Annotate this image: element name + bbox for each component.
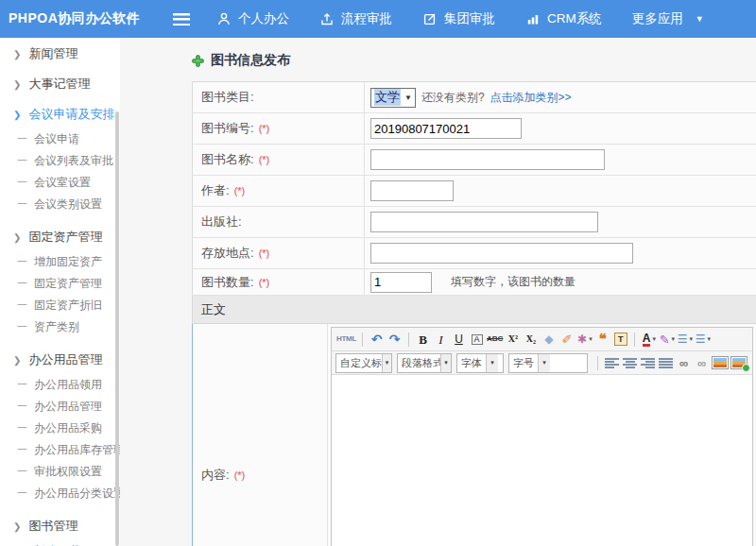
dash-icon: 一 bbox=[17, 176, 27, 190]
sidebar-sub-label: 会议申请 bbox=[34, 131, 79, 147]
sidebar-menu: ❯新闻管理❯大事记管理❯会议申请及安排一会议申请一会议列表及审批一会议室设置一会… bbox=[0, 38, 120, 546]
body-section-header: 正文 bbox=[192, 296, 756, 324]
sidebar-sub-item[interactable]: 一办公用品管理 bbox=[0, 396, 120, 418]
highlight-pen-icon[interactable]: ✎▾ bbox=[659, 330, 675, 349]
sidebar-group-item[interactable]: ❯大事记管理 bbox=[0, 76, 120, 93]
ordered-list-icon[interactable]: ☰▾ bbox=[677, 330, 693, 349]
sidebar-sub-item[interactable]: 一会议室设置 bbox=[0, 172, 120, 194]
font-box-icon[interactable]: A bbox=[469, 330, 485, 349]
font-color-icon[interactable]: A▾ bbox=[641, 330, 657, 349]
insert-image-icon[interactable] bbox=[730, 353, 747, 372]
sidebar-scrollbar[interactable] bbox=[115, 111, 119, 546]
sidebar-sub-item[interactable]: 一固定资产折旧 bbox=[0, 295, 120, 316]
caret-down-icon: ▼ bbox=[696, 14, 704, 24]
eraser-icon[interactable]: ◆ bbox=[541, 330, 557, 349]
nav-personal-office[interactable]: 个人办公 bbox=[201, 0, 304, 38]
custom-title-select[interactable]: 自定义标题▾ bbox=[335, 353, 392, 373]
unordered-list-icon[interactable]: ☰▾ bbox=[695, 330, 711, 349]
align-center-icon[interactable] bbox=[622, 353, 638, 372]
book-no-input[interactable] bbox=[370, 118, 522, 139]
form-row-publisher: 出版社: bbox=[192, 207, 756, 238]
sidebar-sub-item[interactable]: 一会议类别设置 bbox=[0, 194, 120, 215]
sidebar-group-item[interactable]: ❯新闻管理 bbox=[0, 45, 120, 62]
sidebar-sub-item[interactable]: 一新建图书 bbox=[0, 540, 120, 546]
blockquote-icon[interactable]: ❝ bbox=[594, 330, 610, 349]
page-title-text: 图书信息发布 bbox=[211, 52, 290, 69]
paste-text-icon[interactable]: T bbox=[612, 330, 628, 349]
quantity-label: 图书数量: bbox=[201, 274, 254, 291]
editor-content-area[interactable] bbox=[332, 375, 752, 546]
form-row-location: 存放地点: (*) bbox=[192, 238, 756, 269]
toolbar-divider bbox=[634, 333, 635, 347]
underline-icon[interactable]: U bbox=[451, 330, 467, 349]
unlink-icon[interactable]: ∞ bbox=[694, 353, 710, 372]
sidebar-group-label: 图书管理 bbox=[28, 518, 77, 535]
book-form: 图书类目: 文学 ▼ 还没有类别? 点击添加类别>> 图书编号: (*) bbox=[192, 81, 756, 546]
caret-down-icon: ▾ bbox=[440, 354, 451, 372]
location-label: 存放地点: bbox=[201, 245, 254, 262]
chevron-right-icon: ❯ bbox=[13, 232, 21, 243]
strikethrough-icon[interactable]: ABC bbox=[487, 330, 503, 349]
sidebar-sub-item[interactable]: 一办公用品库存管理 bbox=[0, 439, 120, 461]
unordered-list-icon: ☰ bbox=[696, 333, 706, 345]
align-left-icon[interactable] bbox=[604, 353, 620, 372]
paragraph-format-select[interactable]: 段落格式▾ bbox=[397, 353, 452, 373]
html-source-icon[interactable]: HTML bbox=[336, 330, 356, 349]
italic-icon[interactable]: I bbox=[433, 330, 449, 349]
sidebar: ❯新闻管理❯大事记管理❯会议申请及安排一会议申请一会议列表及审批一会议室设置一会… bbox=[0, 38, 120, 546]
nav-more-apps[interactable]: 更多应用 ▼ bbox=[617, 0, 719, 38]
sidebar-sub-item[interactable]: 一会议申请 bbox=[0, 128, 120, 150]
subscript-icon: X₂ bbox=[526, 334, 536, 344]
align-justify-icon bbox=[659, 358, 673, 368]
rich-text-editor: HTML↶↷BIUAABCX²X₂◆✐✱▾❝TA▾✎▾☰▾☰▾ 自定义标题▾段落… bbox=[331, 327, 753, 546]
hamburger-menu-icon[interactable] bbox=[173, 13, 190, 26]
author-label: 作者: bbox=[201, 182, 230, 199]
author-input[interactable] bbox=[370, 180, 454, 201]
group-approval-icon bbox=[422, 11, 438, 26]
image-icon[interactable] bbox=[712, 353, 729, 372]
form-row-quantity: 图书数量: (*) 填写数字，该图书的数量 bbox=[192, 269, 756, 296]
sidebar-sub-item[interactable]: 一办公用品分类设置 bbox=[0, 483, 120, 504]
required-mark: (*) bbox=[259, 123, 270, 134]
sidebar-sub-item[interactable]: 一审批权限设置 bbox=[0, 461, 120, 483]
location-input[interactable] bbox=[370, 243, 633, 264]
publisher-input[interactable] bbox=[370, 212, 598, 232]
subscript-icon[interactable]: X₂ bbox=[523, 330, 539, 349]
quantity-hint: 填写数字，该图书的数量 bbox=[451, 274, 576, 290]
dash-icon: 一 bbox=[17, 320, 27, 334]
link-icon[interactable]: ∞ bbox=[676, 353, 692, 372]
dash-icon: 一 bbox=[17, 378, 27, 392]
undo-icon[interactable]: ↶ bbox=[369, 330, 385, 349]
font-size-select-value: 字号 bbox=[509, 356, 538, 370]
nav-group-approval[interactable]: 集团审批 bbox=[407, 0, 510, 38]
font-family-select[interactable]: 字体▾ bbox=[456, 353, 504, 373]
nav-crm-system[interactable]: CRM系统 bbox=[510, 0, 617, 38]
sidebar-group-item[interactable]: ❯图书管理 bbox=[0, 518, 120, 535]
align-right-icon[interactable] bbox=[640, 353, 656, 372]
caret-down-icon: ▾ bbox=[689, 335, 693, 343]
align-justify-icon[interactable] bbox=[658, 353, 674, 372]
redo-icon[interactable]: ↷ bbox=[387, 330, 403, 349]
sidebar-sub-item[interactable]: 一资产类别 bbox=[0, 316, 120, 338]
sidebar-group-item[interactable]: ❯会议申请及安排 bbox=[0, 106, 120, 123]
sidebar-sub-item[interactable]: 一办公用品采购 bbox=[0, 418, 120, 439]
category-select[interactable]: 文学 ▼ bbox=[370, 88, 416, 108]
bold-icon[interactable]: B bbox=[415, 330, 431, 349]
book-name-input[interactable] bbox=[370, 149, 605, 170]
font-size-select[interactable]: 字号▾ bbox=[508, 353, 588, 373]
sidebar-group-item[interactable]: ❯办公用品管理 bbox=[0, 351, 120, 368]
sidebar-sub-label: 办公用品管理 bbox=[34, 399, 102, 415]
paste-text-icon: T bbox=[614, 333, 627, 346]
sidebar-sub-item[interactable]: 一增加固定资产 bbox=[0, 251, 120, 273]
sidebar-sub-item[interactable]: 一办公用品领用 bbox=[0, 374, 120, 396]
sidebar-sub-item[interactable]: 一固定资产管理 bbox=[0, 273, 120, 295]
superscript-icon[interactable]: X² bbox=[505, 330, 521, 349]
quantity-input[interactable] bbox=[370, 272, 432, 293]
sidebar-group-item[interactable]: ❯固定资产管理 bbox=[0, 229, 120, 246]
caret-down-icon: ▾ bbox=[538, 354, 550, 372]
sidebar-sub-item[interactable]: 一会议列表及审批 bbox=[0, 150, 120, 172]
paint-format-icon[interactable]: ✱▾ bbox=[576, 330, 593, 349]
add-category-link[interactable]: 点击添加类别>> bbox=[490, 90, 572, 106]
format-brush-icon[interactable]: ✐ bbox=[558, 330, 575, 349]
nav-workflow-approval[interactable]: 流程审批 bbox=[304, 0, 407, 38]
